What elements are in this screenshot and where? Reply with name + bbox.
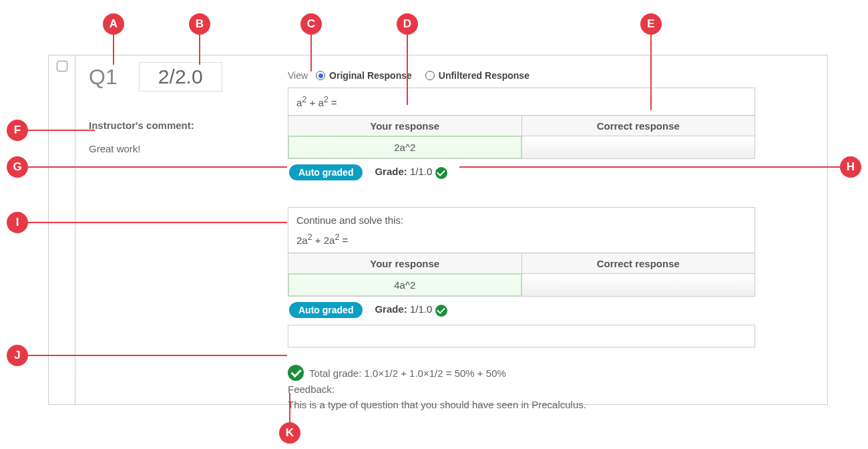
callout-c: C bbox=[300, 13, 322, 35]
check-icon bbox=[435, 305, 447, 317]
correct-response-header: Correct response bbox=[522, 116, 755, 136]
callout-a: A bbox=[103, 13, 124, 35]
callout-e: E bbox=[640, 13, 662, 35]
callout-f: F bbox=[7, 120, 28, 141]
callout-j: J bbox=[7, 345, 28, 366]
callout-k: K bbox=[279, 422, 300, 444]
response-header-row: Your response Correct response bbox=[288, 115, 754, 136]
auto-graded-badge: Auto graded bbox=[289, 302, 363, 318]
callout-h: H bbox=[840, 156, 861, 178]
view-toggle-row: View Original Response Unfiltered Respon… bbox=[288, 70, 769, 81]
empty-panel bbox=[288, 325, 755, 347]
total-grade-row: Total grade: 1.0×1/2 + 1.0×1/2 = 50% + 5… bbox=[288, 365, 769, 381]
grade-label: Grade: bbox=[375, 303, 407, 315]
correct-response-cell bbox=[522, 274, 755, 296]
grade-value: 1/1.0 bbox=[410, 303, 432, 315]
grade-row: Auto graded Grade: 1/1.0 bbox=[289, 302, 769, 318]
question-number: Q1 bbox=[89, 65, 118, 90]
select-question-checkbox[interactable] bbox=[57, 61, 67, 71]
callout-i: I bbox=[7, 212, 28, 233]
grade-value: 1/1.0 bbox=[410, 166, 432, 177]
feedback-text: This is a type of question that you shou… bbox=[288, 399, 769, 410]
check-icon bbox=[435, 167, 447, 179]
radio-unfiltered-response[interactable] bbox=[425, 71, 435, 80]
radio-original-response[interactable] bbox=[316, 71, 325, 80]
selection-rail bbox=[49, 55, 75, 404]
grade-label: Grade: bbox=[375, 166, 407, 177]
question-meta: Q1 2/2.0 Instructor's comment: Great wor… bbox=[89, 62, 289, 154]
question-container: Q1 2/2.0 Instructor's comment: Great wor… bbox=[48, 55, 828, 405]
instructor-comment-label: Instructor's comment: bbox=[89, 120, 289, 131]
question-body: View Original Response Unfiltered Respon… bbox=[288, 70, 769, 410]
auto-graded-badge: Auto graded bbox=[289, 164, 363, 180]
feedback-label: Feedback: bbox=[288, 384, 769, 395]
response-row: 4a^2 bbox=[288, 273, 754, 296]
check-icon bbox=[288, 365, 304, 381]
radio-original-label: Original Response bbox=[329, 70, 412, 81]
question-score: 2/2.0 bbox=[139, 62, 222, 92]
callout-b: B bbox=[189, 13, 210, 35]
response-row: 2a^2 bbox=[288, 136, 754, 158]
view-label: View bbox=[288, 70, 308, 81]
correct-response-header: Correct response bbox=[522, 253, 755, 273]
question-part: Continue and solve this: 2a2 + 2a2 = You… bbox=[288, 207, 755, 297]
question-prompt: 2a2 + 2a2 = bbox=[288, 233, 754, 253]
your-response-header: Your response bbox=[288, 253, 522, 273]
callout-g: G bbox=[7, 156, 28, 178]
question-intro: Continue and solve this: bbox=[288, 208, 754, 233]
response-header-row: Your response Correct response bbox=[288, 253, 754, 273]
correct-response-cell bbox=[522, 136, 755, 158]
callout-d: D bbox=[397, 13, 418, 35]
your-response-header: Your response bbox=[288, 116, 522, 136]
your-response-cell: 2a^2 bbox=[288, 136, 522, 158]
radio-unfiltered-label: Unfiltered Response bbox=[439, 70, 529, 81]
total-grade-text: Total grade: 1.0×1/2 + 1.0×1/2 = 50% + 5… bbox=[309, 367, 506, 379]
question-prompt: a2 + a2 = bbox=[288, 88, 754, 115]
your-response-cell: 4a^2 bbox=[288, 274, 522, 296]
question-part: a2 + a2 = Your response Correct response… bbox=[288, 88, 755, 159]
instructor-comment-text: Great work! bbox=[89, 143, 289, 154]
